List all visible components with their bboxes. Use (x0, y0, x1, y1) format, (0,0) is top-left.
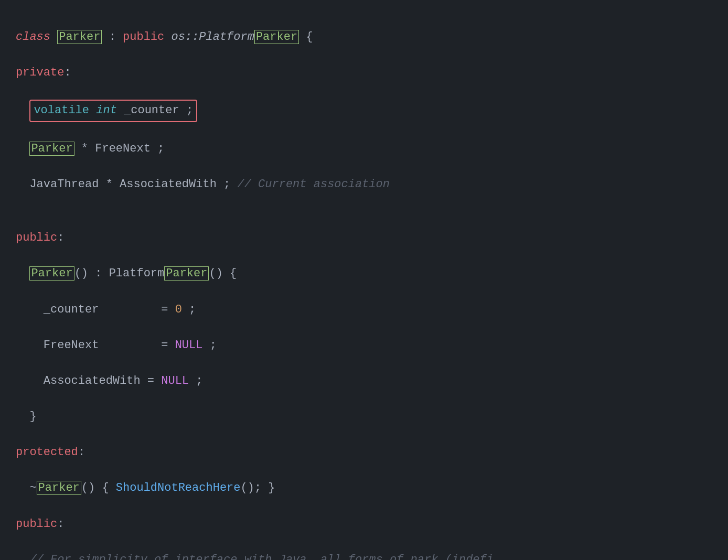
line-13: protected: (16, 444, 712, 461)
line-16: // For simplicity of interface with Java… (16, 551, 712, 560)
line-9: _counter = 0 ; (16, 301, 712, 319)
line-1: class Parker : public os::PlatformParker… (16, 28, 712, 46)
line-11: AssociatedWith = NULL ; (16, 372, 712, 390)
line-5: JavaThread * AssociatedWith ; // Current… (16, 176, 712, 193)
line-14: ~Parker() { ShouldNotReachHere(); } (16, 479, 712, 497)
line-8: Parker() : PlatformParker() { (16, 265, 712, 283)
line-12: } (16, 408, 712, 426)
line-7: public: (16, 229, 712, 247)
line-3: volatile int _counter ; (16, 100, 712, 122)
line-10: FreeNext = NULL ; (16, 337, 712, 354)
code-display: class Parker : public os::PlatformParker… (16, 10, 712, 560)
line-4: Parker * FreeNext ; (16, 140, 712, 158)
line-15: public: (16, 515, 712, 533)
line-2: private: (16, 64, 712, 82)
